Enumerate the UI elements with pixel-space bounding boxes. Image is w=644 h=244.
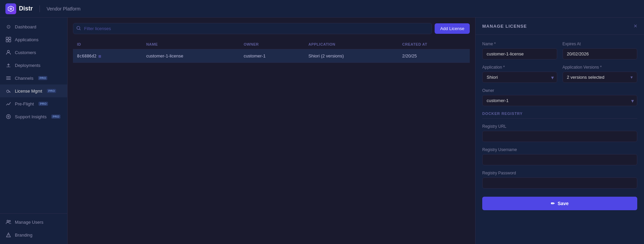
app-header: Distr Vendor Platform [0,0,644,18]
svg-point-9 [6,115,10,119]
owner-select-wrap: customer-1 [482,95,637,106]
registry-password-input[interactable] [482,177,637,189]
add-license-button[interactable]: Add License [435,23,470,34]
search-input[interactable] [73,23,432,34]
header-divider [40,5,40,12]
svg-marker-1 [9,7,12,10]
pro-badge-support: Pro [51,115,61,119]
col-header-name: NAME [142,40,240,49]
search-icon [76,26,81,31]
cell-name: customer-1-license [142,49,240,63]
support-insights-icon [5,114,11,120]
name-expires-row: Name * Expires At [482,42,637,59]
application-group: Application * Shiori [482,65,557,83]
svg-point-10 [8,116,9,117]
docker-registry-section-title: DOCKER REGISTRY [482,112,637,119]
sidebar-item-deployments[interactable]: Deployments [0,59,67,72]
svg-point-14 [8,234,9,236]
col-header-application: APPLICATION [304,40,398,49]
channels-icon [5,75,11,81]
sidebar-item-label: License Mgmt [15,89,42,94]
customers-icon [5,49,11,55]
branding-icon [5,232,11,238]
cell-owner: customer-1 [239,49,304,63]
application-versions-label: Application Versions * [563,65,638,70]
sidebar-item-channels[interactable]: Channels Pro [0,72,67,84]
manage-license-panel: MANAGE LICENSE × Name * Expires At Appli… [475,18,644,244]
application-select[interactable]: Shiori [482,72,557,83]
registry-url-input[interactable] [482,131,637,142]
logo-icon [5,3,16,14]
save-label: Save [558,201,569,206]
sidebar-item-label: Deployments [15,63,41,68]
save-button[interactable]: ✏ Save [482,197,637,210]
sidebar-item-branding[interactable]: Branding [0,228,67,241]
filter-input-wrap [73,23,432,34]
pro-badge-license: Pro [47,89,56,93]
name-input[interactable] [482,48,557,59]
table-row[interactable]: 8c6886d2 ▦ customer-1-license customer-1… [73,49,470,63]
col-header-id: ID [73,40,142,49]
sidebar-item-license-mgmt[interactable]: License Mgmt Pro [0,84,67,97]
application-select-wrap: Shiori [482,72,557,83]
registry-url-group: Registry URL [482,124,637,142]
header-subtitle: Vendor Platform [47,6,80,11]
application-versions-group: Application Versions * 2 versions select… [563,65,638,83]
license-mgmt-icon [5,88,11,94]
sidebar-item-dashboard[interactable]: ⊙ Dashboard [0,20,67,33]
main-layout: ⊙ Dashboard Applications Customers Deplo… [0,18,644,244]
sidebar-item-label: Support Insights [15,114,47,119]
expires-group: Expires At [563,42,638,59]
panel-body: Name * Expires At Application * Shiori [475,35,644,217]
applications-icon [5,36,11,43]
expires-label: Expires At [563,42,638,46]
sidebar-item-applications[interactable]: Applications [0,33,67,46]
application-versions-dropdown[interactable]: 2 versions selected ▾ [563,72,638,83]
owner-group: Owner customer-1 [482,88,637,106]
sidebar-bottom: Manage Users Branding [0,211,67,241]
svg-point-8 [7,90,9,93]
manage-users-icon [5,219,11,225]
panel-header: MANAGE LICENSE × [475,18,644,35]
copy-icon[interactable]: ▦ [99,54,101,58]
sidebar-item-label: Pre-Flight [15,101,34,106]
filter-bar: Add License [73,23,470,34]
svg-rect-2 [6,37,8,39]
registry-username-input[interactable] [482,154,637,165]
license-table: ID NAME OWNER APPLICATION CREATED AT 8c6… [73,40,470,63]
sidebar-item-label: Dashboard [15,24,36,29]
svg-point-6 [7,50,9,52]
owner-select[interactable]: customer-1 [482,95,637,106]
svg-rect-5 [9,40,11,42]
pro-badge-preflight: Pro [38,102,48,106]
registry-url-label: Registry URL [482,124,637,129]
panel-title: MANAGE LICENSE [482,24,527,29]
dashboard-icon: ⊙ [5,24,11,30]
registry-password-group: Registry Password [482,171,637,189]
cell-application: Shiori (2 versions) [304,49,398,63]
app-versions-row: Application * Shiori Application Version… [482,65,637,83]
owner-label: Owner [482,88,637,93]
sidebar-item-customers[interactable]: Customers [0,46,67,59]
svg-point-12 [9,220,10,222]
col-header-owner: OWNER [239,40,304,49]
content-area: Add License ID NAME OWNER APPLICATION CR… [68,18,475,244]
logo: Distr Vendor Platform [5,3,80,14]
sidebar-item-manage-users[interactable]: Manage Users [0,216,67,228]
id-value: 8c6886d2 [77,54,97,58]
sidebar-item-support-insights[interactable]: Support Insights Pro [0,110,67,123]
expires-at-input[interactable] [563,48,638,59]
svg-point-11 [7,220,9,222]
versions-selected-text: 2 versions selected [567,75,604,80]
col-header-created: CREATED AT [398,40,470,49]
save-icon: ✏ [551,201,555,206]
registry-username-group: Registry Username [482,147,637,165]
close-button[interactable]: × [634,23,637,29]
svg-rect-4 [6,40,8,42]
chevron-down-icon: ▾ [630,75,633,80]
sidebar-item-label: Applications [15,37,38,42]
sidebar-item-pre-flight[interactable]: Pre-Flight Pro [0,97,67,110]
application-label: Application * [482,65,557,70]
sidebar-item-label: Customers [15,50,36,55]
sidebar: ⊙ Dashboard Applications Customers Deplo… [0,18,68,244]
